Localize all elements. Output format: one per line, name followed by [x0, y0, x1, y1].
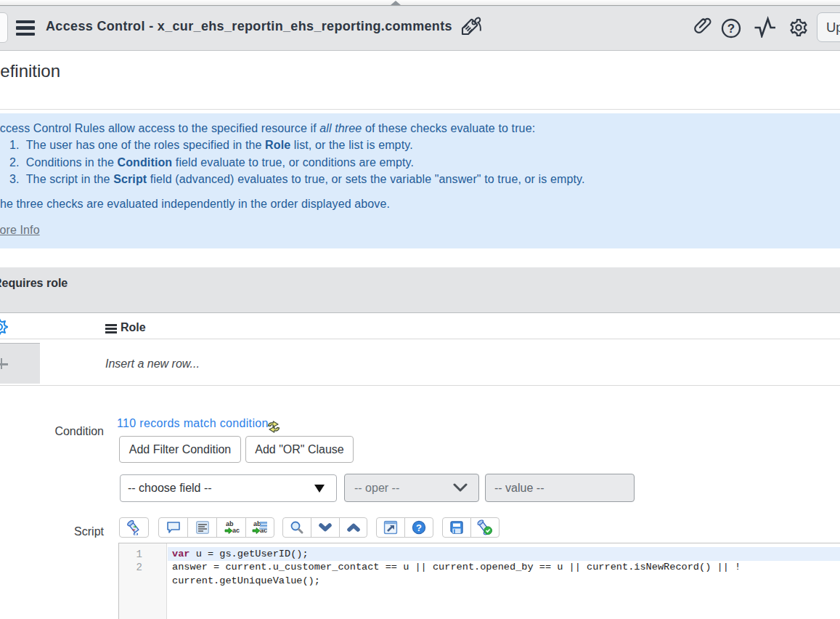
svg-text:?: ?: [416, 522, 422, 533]
svg-text:?: ?: [727, 22, 735, 36]
svg-text:ac: ac: [232, 527, 240, 534]
